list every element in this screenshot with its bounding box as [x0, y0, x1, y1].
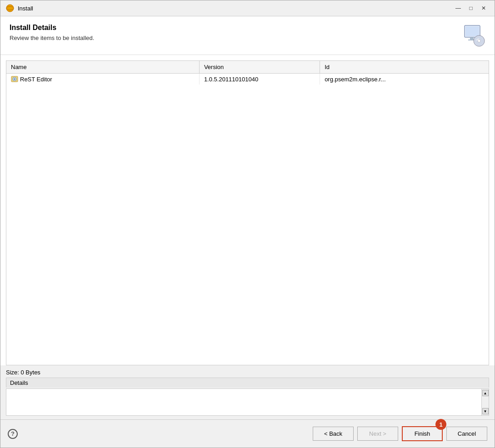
row-name-cell: ReST Editor: [6, 74, 199, 85]
cancel-button[interactable]: Cancel: [446, 427, 487, 441]
table-row[interactable]: ReST Editor 1.0.5.201110101040 org.psem2…: [6, 74, 489, 85]
back-button[interactable]: < Back: [313, 427, 354, 441]
column-header-id: Id: [320, 61, 489, 74]
header-icon: [462, 24, 485, 47]
maximize-button[interactable]: □: [465, 4, 476, 12]
title-bar-controls: — □ ✕: [453, 4, 489, 12]
close-button[interactable]: ✕: [478, 4, 489, 12]
row-id-text: org.psem2m.eclipse.r...: [325, 76, 385, 83]
finish-badge: 1: [435, 419, 446, 430]
finish-label: Finish: [415, 430, 430, 437]
window-title: Install: [18, 5, 33, 12]
size-text: Size: 0 Bytes: [6, 369, 489, 376]
column-header-version: Version: [199, 61, 320, 74]
details-content: [6, 389, 481, 415]
page-subtitle: Review the items to be installed.: [10, 35, 462, 41]
svg-rect-4: [465, 26, 479, 36]
header-text: Install Details Review the items to be i…: [10, 24, 462, 41]
details-scrollbar: ▲ ▼: [481, 389, 489, 415]
details-box: ▲ ▼: [6, 388, 489, 416]
row-name-text: ReST Editor: [20, 76, 52, 83]
items-table: Name Version Id: [6, 61, 489, 85]
title-bar: Install — □ ✕: [0, 0, 495, 16]
help-button[interactable]: ?: [8, 429, 18, 439]
scroll-up-arrow[interactable]: ▲: [482, 390, 489, 396]
bottom-section: Size: 0 Bytes Details ▲ ▼: [0, 365, 495, 419]
svg-rect-5: [470, 37, 474, 40]
footer-left: ?: [8, 429, 18, 439]
rest-editor-icon: [11, 75, 18, 83]
footer-buttons: < Back Next > 1 Finish Cancel: [313, 426, 487, 441]
content-area: Install Details Review the items to be i…: [0, 16, 495, 365]
next-button[interactable]: Next >: [357, 427, 398, 441]
column-header-name: Name: [6, 61, 199, 74]
row-version-text: 1.0.5.201110101040: [204, 76, 258, 83]
minimize-button[interactable]: —: [453, 4, 464, 12]
table-header-row: Name Version Id: [6, 61, 489, 74]
main-section: Name Version Id: [0, 55, 495, 365]
finish-button[interactable]: 1 Finish: [402, 426, 443, 441]
row-id-cell: org.psem2m.eclipse.r...: [320, 74, 489, 85]
scroll-down-arrow[interactable]: ▼: [482, 408, 489, 414]
items-table-container[interactable]: Name Version Id: [6, 60, 489, 365]
footer: ? < Back Next > 1 Finish Cancel: [0, 419, 495, 448]
svg-point-12: [14, 79, 15, 80]
install-dialog: Install — □ ✕ Install Details Review the…: [0, 0, 495, 448]
details-label: Details: [6, 378, 489, 388]
title-bar-left: Install: [6, 4, 33, 12]
header-section: Install Details Review the items to be i…: [0, 16, 495, 55]
app-icon: [6, 4, 14, 12]
page-title: Install Details: [10, 24, 462, 32]
row-version-cell: 1.0.5.201110101040: [199, 74, 320, 85]
svg-point-0: [6, 5, 14, 12]
